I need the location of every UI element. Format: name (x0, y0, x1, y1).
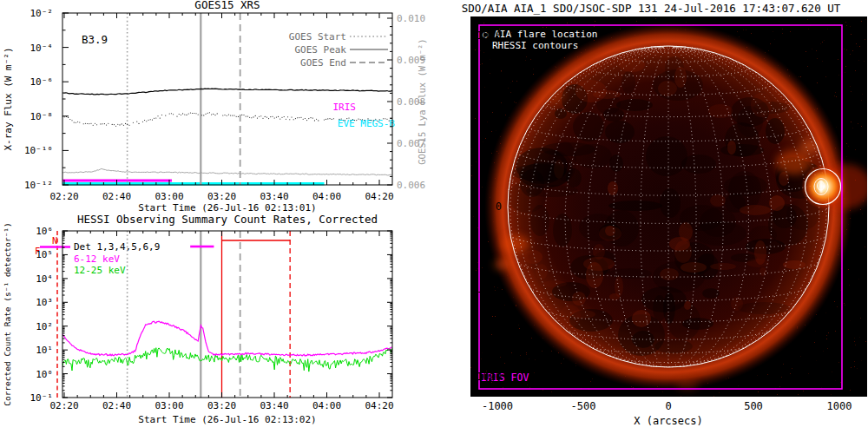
goes-xtick: 04:00 (312, 191, 341, 202)
hessi-legend-det: Det 1,3,4,5,6,9 (74, 241, 160, 253)
goes-legend-peak: GOES Peak (294, 44, 346, 56)
goes-xrs-plot: GOES15 XRS B3.9 02:20 02:40 03:00 03:20 … (0, 0, 434, 213)
hessi-ytick: 10¹ (36, 345, 53, 356)
hessi-flare-flag-letter: F (35, 246, 40, 256)
goes-flare-class: B3.9 (82, 33, 108, 46)
hessi-rates-plot: HESSI Observing Summary Count Rates, Cor… (0, 213, 434, 434)
solar-monitor-screen: GOES15 XRS B3.9 02:20 02:40 03:00 03:20 … (0, 0, 868, 434)
aia-ytick: -500 (437, 286, 502, 298)
aia-xtick: 500 (719, 400, 788, 412)
hessi-ytick: 10⁻¹ (30, 392, 54, 404)
hessi-ytick: 10² (36, 321, 53, 332)
aia-xtick: 1000 (805, 400, 868, 412)
aia-ytick: 0 (437, 201, 502, 213)
hessi-xtick: 02:40 (102, 400, 131, 411)
goes-ytick-left: 10⁻¹² (24, 180, 53, 191)
goes-xtick: 04:20 (365, 191, 393, 202)
aia-ytick: -1000 (437, 371, 502, 383)
hessi-xtick: 02:20 (49, 400, 78, 411)
goes-legend-end: GOES End (300, 57, 346, 69)
goes-ytick-left: 10⁻¹⁰ (24, 145, 53, 156)
goes-xtick: 03:00 (155, 191, 183, 202)
hessi-xtick: 03:20 (207, 400, 236, 411)
aia-ytick: 1000 (437, 30, 502, 42)
goes-xlabel: Start Time (26-Jul-16 02:13:01) (138, 202, 316, 213)
hessi-ytick: 10⁶ (36, 226, 53, 237)
hessi-ytick: 10⁰ (36, 369, 53, 380)
hessi-xlabel: Start Time (26-Jul-16 02:13:02) (138, 414, 316, 425)
goes-xtick: 02:20 (49, 191, 78, 202)
hessi-xtick: 04:20 (365, 400, 393, 411)
rhessi-contours-legend: RHESSI contours (492, 40, 578, 51)
hessi-ytick: 10³ (36, 297, 53, 308)
goes-title: GOES15 XRS (194, 0, 260, 11)
goes-ytick-right: 0.010 (397, 13, 425, 24)
hessi-xtick: 03:40 (260, 400, 288, 411)
goes-ytick-left: 10⁻² (30, 8, 54, 19)
goes-ytick-left: 10⁻⁶ (30, 76, 54, 88)
aia-xtick: -1000 (463, 400, 532, 412)
goes-xtick: 03:20 (207, 191, 236, 202)
goes-ylabel-left: X-ray Flux (W m⁻²) (3, 47, 14, 150)
aia-xtick: 0 (634, 400, 703, 412)
hessi-legend-6-12kev: 6-12 keV (74, 253, 120, 265)
goes-legend-start: GOES Start (289, 31, 346, 43)
goes-xtick: 02:40 (102, 191, 131, 202)
iris-bar-label: IRIS (333, 102, 357, 113)
goes-ytick-left: 10⁻⁴ (30, 43, 54, 54)
hessi-xtick: 03:00 (155, 400, 183, 411)
aia-flare-location-label: AIA flare location (494, 29, 597, 40)
aia-solar-image (470, 16, 867, 397)
eve-megs-b-bar-label: EVE MEGS-B (338, 118, 396, 129)
aia-xlabel: X (arcsecs) (599, 415, 738, 427)
hessi-ytick: 10⁴ (36, 273, 53, 285)
hessi-ylabel: Corrected Count Rate (s⁻¹ detector⁻¹) (3, 222, 12, 406)
aia-xtick: -500 (549, 400, 618, 412)
hessi-title: HESSI Observing Summary Count Rates, Cor… (77, 213, 378, 226)
aia-title: SDO/AIA AIA_1 SDO/JSOC-SDP 131 24-Jul-20… (436, 2, 866, 15)
aia-ytick: 500 (437, 115, 502, 127)
goes-ytick-right: 0.006 (397, 180, 425, 191)
goes-ylabel-right: GOES15 Lya Flux (W m⁻²) (417, 38, 427, 164)
goes-xtick: 03:40 (260, 191, 288, 202)
hessi-xtick: 04:00 (312, 400, 341, 411)
goes-ytick-left: 10⁻⁸ (30, 111, 54, 122)
hessi-legend-12-25kev: 12-25 keV (74, 265, 126, 276)
